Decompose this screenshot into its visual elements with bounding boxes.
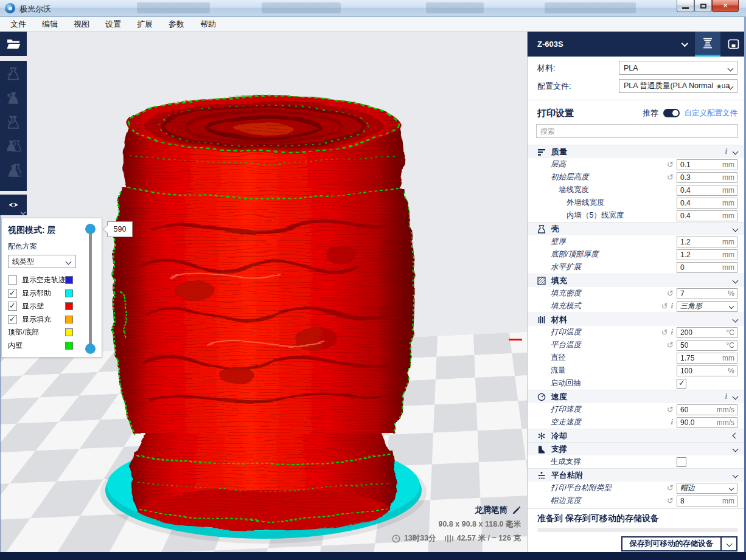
chevron-down-icon[interactable] xyxy=(682,40,688,46)
layer-slider-top-handle[interactable] xyxy=(85,224,96,234)
info-icon[interactable]: i xyxy=(725,147,727,156)
color-scheme-select[interactable]: 线类型 xyxy=(8,255,76,268)
setting-input-2[interactable]: 0.3mm xyxy=(677,172,737,183)
view-mode-panel: 视图模式: 层 配色方案 线类型 显示空走轨迹显示帮助显示壁显示填充顶部/底部内… xyxy=(1,218,102,358)
view-option-checkbox-0[interactable] xyxy=(8,275,17,285)
setting-select-12[interactable]: 三角形 xyxy=(677,301,737,312)
chevron-down-icon[interactable] xyxy=(733,446,739,452)
chevron-down-icon[interactable] xyxy=(733,317,739,323)
rotate-tool[interactable] xyxy=(4,113,23,133)
settings-category-row[interactable]: 材料 xyxy=(528,313,746,326)
setting-label: 空走速度 xyxy=(537,417,581,427)
setting-input-7[interactable]: 1.2mm xyxy=(677,237,737,247)
save-to-removable-button[interactable]: 保存到可移动的存储设备 xyxy=(621,536,722,551)
setting-input-5[interactable]: 0.4mm xyxy=(677,210,737,221)
menu-item-4[interactable]: 扩展 xyxy=(129,17,161,32)
menu-item-1[interactable]: 编辑 xyxy=(34,17,66,32)
setting-checkbox-24[interactable] xyxy=(677,457,686,467)
setting-select-26[interactable]: 帽边 xyxy=(677,483,737,494)
reset-icon[interactable]: ↺ xyxy=(667,496,674,505)
color-swatch xyxy=(65,289,73,297)
info-icon[interactable]: i xyxy=(671,418,673,427)
layer-slider-track[interactable] xyxy=(89,228,92,350)
print-settings-title: 打印设置 xyxy=(537,108,574,119)
model-preview[interactable] xyxy=(85,84,444,552)
info-icon[interactable]: i xyxy=(671,328,673,337)
setting-label: 打印温度 xyxy=(537,327,581,337)
setting-input-8[interactable]: 1.2mm xyxy=(677,249,737,260)
monitor-tab-button[interactable] xyxy=(720,32,746,57)
scale-tool[interactable] xyxy=(4,89,23,108)
open-file-button[interactable] xyxy=(0,32,27,56)
chevron-left-icon[interactable] xyxy=(733,433,739,439)
category-label: 支撑 xyxy=(551,444,567,455)
setting-input-14[interactable]: 200°C xyxy=(677,327,737,338)
reset-icon[interactable]: ↺ xyxy=(667,405,674,414)
setting-input-9[interactable]: 0mm xyxy=(677,262,737,273)
settings-category-row[interactable]: 质量i xyxy=(528,145,746,158)
maximize-button[interactable] xyxy=(694,0,712,12)
settings-category-row[interactable]: 壳 xyxy=(528,222,746,235)
reset-icon[interactable]: ↺ xyxy=(667,160,674,169)
minimize-button[interactable] xyxy=(677,0,694,12)
save-options-button[interactable] xyxy=(722,536,737,551)
material-usage: 42.57 米 / ~ 126 克 xyxy=(457,533,521,544)
menu-item-0[interactable]: 文件 xyxy=(2,17,34,32)
settings-search-input[interactable] xyxy=(537,125,737,137)
viewport-3d[interactable]: 视图模式: 层 配色方案 线类型 显示空走轨迹显示帮助显示壁显示填充顶部/底部内… xyxy=(0,32,527,552)
setting-input-1[interactable]: 0.1mm xyxy=(677,159,737,170)
title-bar: 极光尔沃 xyxy=(0,0,746,17)
settings-category-row[interactable]: 填充 xyxy=(528,274,746,287)
per-model-settings-tool[interactable] xyxy=(4,162,23,181)
profile-select[interactable]: PLA 普通质量(PLA Normal Qua ★ xyxy=(619,79,737,93)
setting-input-27[interactable]: 8mm xyxy=(677,496,737,506)
setting-checkbox-18[interactable] xyxy=(677,379,686,389)
prepare-tab-button[interactable] xyxy=(695,32,720,57)
reset-icon[interactable]: ↺ xyxy=(661,328,668,337)
settings-category-row[interactable]: 冷却 xyxy=(528,429,746,442)
mirror-tool[interactable] xyxy=(4,137,23,157)
cooling-icon xyxy=(537,432,546,440)
setting-input-16[interactable]: 1.75mm xyxy=(677,353,737,364)
quality-icon xyxy=(537,148,546,156)
view-option-checkbox-1[interactable] xyxy=(8,289,17,298)
setting-input-11[interactable]: 7% xyxy=(677,288,737,299)
menu-item-3[interactable]: 设置 xyxy=(97,17,129,32)
setting-input-4[interactable]: 0.4mm xyxy=(677,198,737,209)
setting-input-20[interactable]: 60mm/s xyxy=(677,404,737,415)
custom-profile-link[interactable]: 自定义配置文件 xyxy=(685,108,738,119)
setting-input-3[interactable]: 0.4mm xyxy=(677,185,737,196)
settings-category-row[interactable]: 平台粘附 xyxy=(528,468,746,482)
edit-pencil-icon[interactable] xyxy=(512,506,521,515)
settings-category-row[interactable]: 支撑 xyxy=(528,442,746,455)
info-icon[interactable]: i xyxy=(671,302,673,311)
category-label: 填充 xyxy=(551,275,567,286)
chevron-down-icon[interactable] xyxy=(733,472,739,479)
view-mode-button[interactable] xyxy=(0,195,27,215)
chevron-down-icon[interactable] xyxy=(733,394,739,400)
chevron-down-icon[interactable] xyxy=(733,226,739,232)
reset-icon[interactable]: ↺ xyxy=(661,302,668,311)
view-option-checkbox-2[interactable] xyxy=(8,302,17,311)
menu-item-5[interactable]: 参数 xyxy=(161,17,192,32)
close-button[interactable]: ✕ xyxy=(712,0,739,12)
chevron-down-icon[interactable] xyxy=(733,278,739,284)
move-tool[interactable] xyxy=(4,64,23,84)
view-option-checkbox-3[interactable] xyxy=(8,315,17,324)
maximize-icon xyxy=(700,4,706,9)
menu-item-2[interactable]: 视图 xyxy=(66,17,97,32)
info-icon[interactable]: i xyxy=(725,392,727,401)
setting-input-15[interactable]: 50°C xyxy=(677,340,737,351)
reset-icon[interactable]: ↺ xyxy=(667,483,674,493)
reset-icon[interactable]: ↺ xyxy=(667,173,674,182)
setting-input-21[interactable]: 90.0mm/s xyxy=(677,417,737,428)
chevron-down-icon[interactable] xyxy=(733,149,739,155)
recommended-toggle[interactable] xyxy=(663,109,680,117)
settings-category-row[interactable]: 速度i xyxy=(528,390,746,403)
reset-icon[interactable]: ↺ xyxy=(667,289,674,298)
reset-icon[interactable]: ↺ xyxy=(667,340,674,350)
menu-item-6[interactable]: 帮助 xyxy=(192,17,224,32)
layer-slider-bottom-handle[interactable] xyxy=(85,344,96,354)
setting-input-17[interactable]: 100% xyxy=(677,365,737,376)
material-select[interactable]: PLA xyxy=(619,61,737,75)
